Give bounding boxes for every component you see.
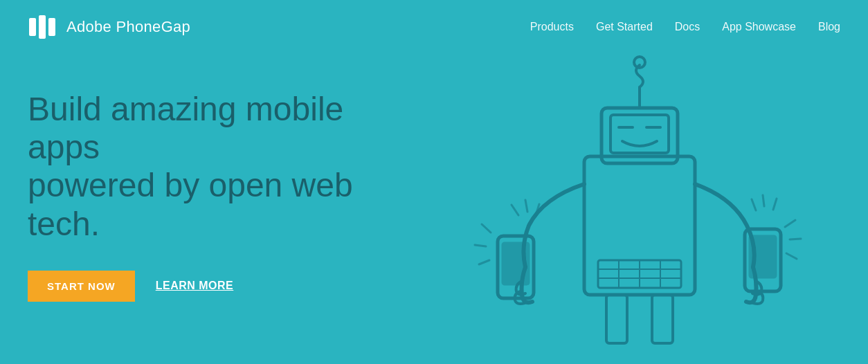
svg-line-31 (786, 253, 797, 259)
hero-content: Build amazing mobile apps powered by ope… (28, 90, 415, 302)
hero-title-line1: Build amazing mobile apps (28, 91, 343, 165)
svg-line-22 (475, 245, 486, 246)
nav-get-started[interactable]: Get Started (596, 21, 653, 33)
svg-line-29 (785, 220, 795, 227)
svg-rect-32 (606, 295, 627, 343)
svg-rect-2 (48, 18, 55, 36)
svg-line-26 (752, 199, 756, 210)
svg-line-27 (763, 195, 764, 206)
nav-docs[interactable]: Docs (675, 21, 700, 33)
svg-line-21 (482, 224, 491, 233)
main-nav: Products Get Started Docs App Showcase B… (530, 21, 840, 33)
svg-line-19 (525, 200, 527, 212)
nav-app-showcase[interactable]: App Showcase (722, 21, 796, 33)
svg-rect-17 (503, 243, 529, 284)
svg-rect-25 (750, 236, 776, 277)
site-header: Adobe PhoneGap Products Get Started Docs… (0, 0, 868, 54)
robot-svg (418, 32, 868, 364)
nav-products[interactable]: Products (530, 21, 574, 33)
svg-rect-33 (652, 295, 673, 343)
nav-blog[interactable]: Blog (818, 21, 840, 33)
svg-rect-1 (39, 15, 46, 39)
phonegap-logo-icon (28, 12, 57, 42)
svg-line-18 (512, 205, 518, 215)
svg-line-23 (479, 260, 489, 264)
learn-more-button[interactable]: LEARN MORE (156, 280, 234, 292)
hero-buttons: START NOW LEARN MORE (28, 271, 415, 302)
logo-text: Adobe PhoneGap (66, 18, 190, 36)
hero-title: Build amazing mobile apps powered by ope… (28, 90, 415, 243)
robot-illustration (418, 32, 868, 364)
svg-rect-0 (29, 18, 36, 36)
hero-title-line2: powered by open web tech. (28, 167, 353, 242)
logo-area: Adobe PhoneGap (28, 12, 190, 42)
start-now-button[interactable]: START NOW (28, 271, 135, 302)
hero-section: Adobe PhoneGap Products Get Started Docs… (0, 0, 868, 364)
svg-line-28 (773, 199, 777, 210)
svg-line-30 (790, 239, 801, 239)
